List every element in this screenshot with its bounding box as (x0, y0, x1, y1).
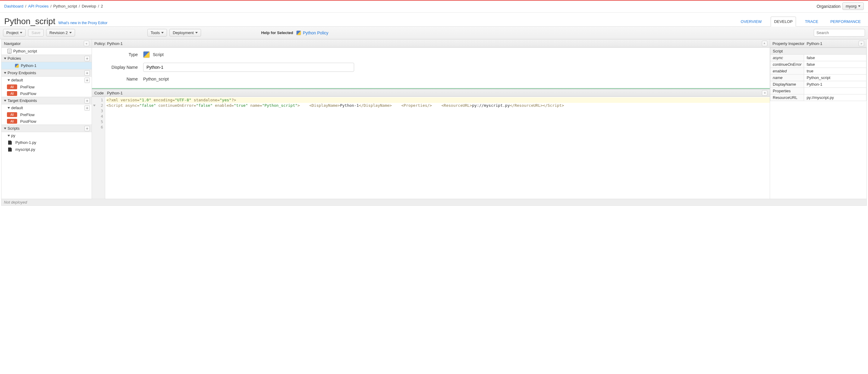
nav-flow-item[interactable]: AllPreFlow (1, 84, 92, 90)
code-label: Code (94, 91, 104, 95)
chevron-down-icon (7, 135, 10, 137)
tab-performance[interactable]: PERFORMANCE (827, 17, 864, 26)
tab-develop[interactable]: DEVELOP (771, 17, 796, 27)
chevron-down-icon (4, 127, 6, 130)
nav-section-policies[interactable]: Policies + (1, 55, 92, 62)
code-entity: Python-1 (107, 91, 123, 95)
add-flow-button[interactable]: + (84, 105, 90, 111)
toolbar: Project Save Revision 2 Tools Deployment… (0, 26, 868, 39)
inspector-title: Property Inspector (772, 41, 804, 46)
name-value: Python_script (143, 77, 169, 81)
document-icon (7, 49, 11, 53)
whats-new-link[interactable]: What's new in the Proxy Editor (59, 21, 107, 25)
file-icon (8, 141, 12, 145)
flow-badge: All (7, 91, 17, 96)
prop-value[interactable]: Python_script (804, 75, 867, 81)
chevron-down-icon (69, 32, 72, 33)
python-policy-icon (296, 30, 301, 35)
chevron-down-icon (4, 100, 6, 102)
tab-trace[interactable]: TRACE (802, 17, 821, 26)
prop-value[interactable]: Python-1 (804, 81, 867, 88)
org-selector[interactable]: myorg (842, 2, 864, 10)
nav-flow-item[interactable]: AllPreFlow (1, 111, 92, 118)
nav-section-proxy-endpoints[interactable]: Proxy Endpoints + (1, 69, 92, 77)
save-button[interactable]: Save (28, 29, 44, 36)
python-policy-icon (15, 64, 19, 68)
view-tabs: OVERVIEWDEVELOPTRACEPERFORMANCE (738, 16, 864, 26)
add-flow-button[interactable]: + (84, 78, 90, 83)
prop-key: Properties (770, 88, 804, 94)
prop-value[interactable]: true (804, 68, 867, 75)
type-value: Script (153, 52, 164, 57)
display-name-input[interactable] (143, 63, 354, 72)
tools-menu[interactable]: Tools (147, 29, 167, 36)
collapse-left-icon[interactable]: « (84, 41, 89, 46)
navigator-title: Navigator (4, 41, 21, 46)
tab-overview[interactable]: OVERVIEW (738, 17, 765, 26)
breadcrumb-item[interactable]: Dashboard (4, 4, 24, 8)
prop-section: Script (770, 48, 867, 55)
search-input[interactable] (814, 29, 865, 36)
prop-value[interactable]: py://myscript.py (804, 94, 867, 101)
deployment-menu[interactable]: Deployment (169, 29, 201, 36)
prop-key: continueOnError (770, 61, 804, 68)
nav-section-target-endpoints[interactable]: Target Endpoints + (1, 97, 92, 104)
nav-endpoint[interactable]: default+ (1, 104, 92, 111)
nav-section-scripts[interactable]: Scripts + (1, 124, 92, 132)
chevron-down-icon (161, 32, 164, 33)
project-menu[interactable]: Project (3, 29, 26, 36)
breadcrumb-item[interactable]: API Proxies (28, 4, 49, 8)
nav-flow-item[interactable]: AllPostFlow (1, 90, 92, 97)
python-policy-icon (143, 51, 150, 58)
property-table: Script asyncfalsecontinueOnErrorfalseena… (770, 48, 867, 101)
status-bar: Not deployed (1, 199, 867, 206)
org-label: Organization (816, 4, 840, 9)
code-line[interactable]: <ResourceURL>py://myscript.py</ResourceU… (432, 103, 543, 108)
revision-menu[interactable]: Revision 2 (46, 29, 75, 36)
breadcrumb-item: Python_script (53, 4, 77, 8)
nav-script-group[interactable]: py (1, 132, 92, 139)
prop-value[interactable] (804, 88, 867, 94)
code-line[interactable]: <Properties/> (392, 103, 432, 108)
editor-pane: Policy: Python-1 « Type Script Display N… (92, 39, 770, 199)
add-policy-button[interactable]: + (84, 56, 90, 61)
chevron-down-icon (4, 58, 6, 59)
file-icon (8, 147, 12, 152)
prop-key: name (770, 75, 804, 81)
nav-policy-item[interactable]: Python-1 (1, 62, 92, 69)
add-target-endpoint-button[interactable]: + (84, 98, 90, 104)
chevron-down-icon (195, 32, 198, 33)
collapse-right-icon[interactable]: » (859, 41, 864, 46)
flow-badge: All (7, 84, 17, 89)
code-line[interactable]: <?xml version="1.0" encoding="UTF-8" sta… (106, 97, 770, 103)
chevron-down-icon (7, 107, 10, 109)
help-link[interactable]: Python Policy (303, 30, 329, 35)
prop-key: DisplayName (770, 81, 804, 88)
prop-value[interactable]: false (804, 61, 867, 68)
code-line[interactable]: <Script async="false" continueOnError="f… (106, 103, 300, 108)
type-label: Type (98, 52, 143, 57)
breadcrumb-item: 2 (101, 4, 103, 8)
nav-script-item[interactable]: myscript.py (1, 146, 92, 153)
inspector-pane: Property Inspector Python-1 » Script asy… (770, 39, 867, 199)
code-line[interactable]: <DisplayName>Python-1</DisplayName> (300, 103, 392, 108)
chevron-down-icon (20, 32, 22, 33)
prop-key: async (770, 55, 804, 61)
add-proxy-endpoint-button[interactable]: + (84, 70, 90, 76)
code-editor[interactable]: 123456 <?xml version="1.0" encoding="UTF… (92, 97, 770, 199)
prop-value[interactable]: false (804, 55, 867, 61)
add-script-button[interactable]: + (84, 126, 90, 131)
collapse-down-icon[interactable]: « (762, 90, 767, 96)
code-line[interactable]: </Script> (543, 103, 564, 108)
nav-endpoint[interactable]: default+ (1, 77, 92, 84)
policy-header: Policy: Python-1 (94, 41, 123, 46)
chevron-down-icon (7, 79, 10, 81)
nav-script-item[interactable]: Python-1.py (1, 139, 92, 146)
chevron-down-icon (858, 5, 861, 7)
collapse-up-icon[interactable]: « (762, 41, 767, 46)
nav-flow-item[interactable]: AllPostFlow (1, 118, 92, 124)
display-name-label: Display Name (98, 65, 143, 70)
nav-proxy-root[interactable]: Python_script (1, 48, 92, 55)
prop-key: ResourceURL (770, 94, 804, 101)
flow-badge: All (7, 119, 17, 124)
